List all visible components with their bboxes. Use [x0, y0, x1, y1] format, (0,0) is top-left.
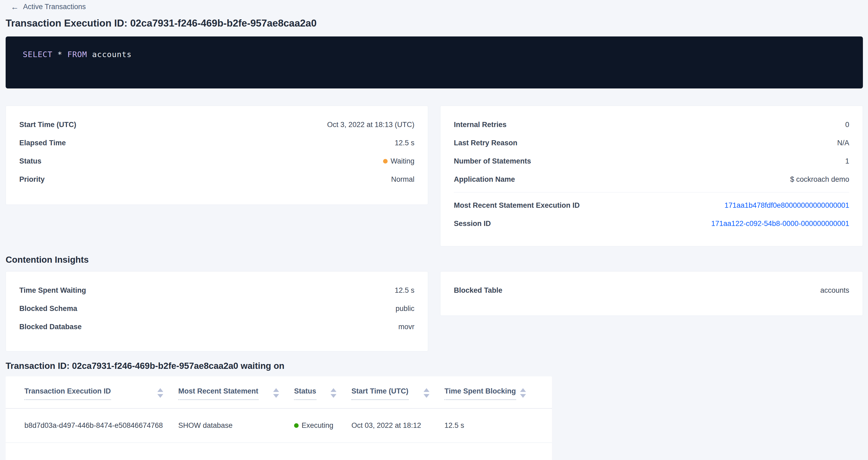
- sort-down-icon: [520, 394, 526, 398]
- summary-row-start-time: Start Time (UTC) Oct 3, 2022 at 18:13 (U…: [19, 116, 414, 134]
- waiting-on-heading: Transaction ID: 02ca7931-f246-469b-b2fe-…: [6, 361, 284, 371]
- column-header-label[interactable]: Transaction Execution ID: [24, 387, 111, 400]
- sort-icon[interactable]: [157, 388, 163, 398]
- row-value: $ cockroach demo: [790, 175, 849, 184]
- summary-card-right: Internal Retries 0 Last Retry Reason N/A…: [440, 105, 863, 246]
- page-title: Transaction Execution ID: 02ca7931-f246-…: [6, 18, 317, 29]
- sort-icon[interactable]: [273, 388, 279, 398]
- status-waiting-dot-icon: [383, 159, 388, 163]
- summary-row-session-id: Session ID 171aa122-c092-54b8-0000-00000…: [454, 214, 849, 233]
- contention-row-blocked-table: Blocked Table accounts: [454, 281, 849, 300]
- column-header-label[interactable]: Start Time (UTC): [351, 387, 408, 400]
- row-value: 0: [845, 121, 849, 129]
- sort-up-icon: [331, 388, 336, 392]
- contention-insights-heading: Contention Insights: [6, 255, 89, 265]
- row-value: public: [395, 305, 414, 313]
- row-value: movr: [398, 323, 414, 331]
- back-link-label[interactable]: Active Transactions: [23, 3, 86, 11]
- contention-card-right: Blocked Table accounts: [440, 271, 863, 316]
- row-label: Internal Retries: [454, 121, 507, 129]
- column-header-time-spent-blocking[interactable]: Time Spent Blocking: [444, 387, 541, 400]
- sort-icon[interactable]: [424, 388, 429, 398]
- cell-most-recent-statement: SHOW database: [178, 421, 294, 430]
- row-value: N/A: [837, 139, 849, 147]
- sort-down-icon: [273, 394, 279, 398]
- row-label: Application Name: [454, 175, 515, 184]
- card-divider: [454, 192, 849, 192]
- sql-statement: SELECT * FROM accounts: [23, 50, 132, 59]
- sort-icon[interactable]: [520, 388, 526, 398]
- transaction-details-page: ← Active Transactions Transaction Execut…: [0, 0, 868, 460]
- summary-row-internal-retries: Internal Retries 0: [454, 116, 849, 134]
- cell-start-time: Oct 03, 2022 at 18:12: [351, 421, 444, 430]
- summary-row-priority: Priority Normal: [19, 170, 414, 188]
- row-label: Last Retry Reason: [454, 139, 517, 147]
- column-header-most-recent-statement[interactable]: Most Recent Statement: [178, 387, 294, 400]
- status-badge: Waiting: [383, 157, 414, 165]
- sort-up-icon: [157, 388, 163, 392]
- sql-keyword-from: FROM: [67, 50, 87, 59]
- table-row: b8d7d03a-d497-446b-8474-e50846674768 SHO…: [6, 408, 552, 443]
- row-label: Blocked Schema: [19, 305, 77, 313]
- waiting-on-table: Transaction Execution ID Most Recent Sta…: [6, 376, 552, 460]
- row-value: Normal: [391, 175, 414, 184]
- row-label: Number of Statements: [454, 157, 531, 165]
- status-text: Executing: [302, 421, 334, 430]
- cell-status: Executing: [294, 421, 351, 430]
- arrow-left-icon: ←: [11, 3, 19, 11]
- sort-down-icon: [424, 394, 429, 398]
- column-header-label[interactable]: Most Recent Statement: [178, 387, 258, 400]
- row-value: accounts: [820, 286, 849, 295]
- sql-statement-box: SELECT * FROM accounts: [6, 36, 863, 88]
- column-header-label[interactable]: Time Spent Blocking: [444, 387, 516, 400]
- status-text: Waiting: [391, 157, 414, 165]
- row-label: Blocked Database: [19, 323, 82, 331]
- row-value: 12.5 s: [395, 286, 414, 295]
- column-header-start-time[interactable]: Start Time (UTC): [351, 387, 444, 400]
- column-header-transaction-execution-id[interactable]: Transaction Execution ID: [24, 387, 178, 400]
- row-value: Oct 3, 2022 at 18:13 (UTC): [327, 121, 414, 129]
- contention-row-blocked-database: Blocked Database movr: [19, 318, 414, 336]
- summary-card-left: Start Time (UTC) Oct 3, 2022 at 18:13 (U…: [6, 105, 428, 205]
- back-to-active-transactions-link[interactable]: ← Active Transactions: [11, 3, 86, 11]
- summary-row-statement-execution-id: Most Recent Statement Execution ID 171aa…: [454, 196, 849, 214]
- contention-row-time-spent-waiting: Time Spent Waiting 12.5 s: [19, 281, 414, 300]
- row-label: Start Time (UTC): [19, 121, 76, 129]
- sql-table-name: accounts: [92, 50, 132, 59]
- sql-keyword-select: SELECT: [23, 50, 53, 59]
- sort-up-icon: [520, 388, 526, 392]
- row-label: Most Recent Statement Execution ID: [454, 201, 580, 210]
- column-header-status[interactable]: Status: [294, 387, 351, 400]
- table-header-row: Transaction Execution ID Most Recent Sta…: [6, 376, 552, 408]
- row-value: 1: [845, 157, 849, 165]
- row-value: 12.5 s: [395, 139, 414, 147]
- summary-row-elapsed-time: Elapsed Time 12.5 s: [19, 134, 414, 152]
- cell-time-spent-blocking: 12.5 s: [444, 421, 541, 430]
- session-id-link[interactable]: 171aa122-c092-54b8-0000-000000000001: [711, 219, 849, 228]
- sql-star: *: [57, 50, 62, 59]
- column-header-label[interactable]: Status: [294, 387, 316, 400]
- row-label: Session ID: [454, 219, 491, 228]
- row-label: Priority: [19, 175, 45, 184]
- row-label: Time Spent Waiting: [19, 286, 86, 295]
- sort-icon[interactable]: [331, 388, 336, 398]
- sort-up-icon: [273, 388, 279, 392]
- row-label: Elapsed Time: [19, 139, 66, 147]
- sort-down-icon: [157, 394, 163, 398]
- sort-up-icon: [424, 388, 429, 392]
- summary-row-last-retry-reason: Last Retry Reason N/A: [454, 134, 849, 152]
- summary-row-number-of-statements: Number of Statements 1: [454, 152, 849, 170]
- status-executing-dot-icon: [294, 423, 299, 428]
- statement-execution-id-link[interactable]: 171aa1b478fdf0e80000000000000001: [724, 201, 849, 210]
- row-label: Status: [19, 157, 41, 165]
- summary-row-application-name: Application Name $ cockroach demo: [454, 170, 849, 188]
- contention-card-left: Time Spent Waiting 12.5 s Blocked Schema…: [6, 271, 428, 351]
- contention-row-blocked-schema: Blocked Schema public: [19, 300, 414, 318]
- sort-down-icon: [331, 394, 336, 398]
- row-label: Blocked Table: [454, 286, 502, 295]
- cell-transaction-execution-id: b8d7d03a-d497-446b-8474-e50846674768: [24, 421, 178, 430]
- summary-row-status: Status Waiting: [19, 152, 414, 170]
